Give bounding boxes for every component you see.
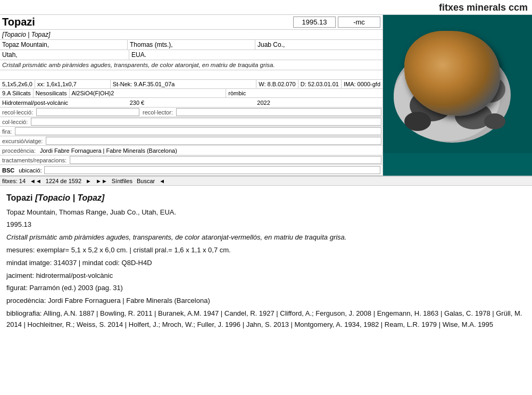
location-cell-1: Topaz Mountain, (0, 40, 128, 50)
tractaments-input[interactable] (70, 156, 381, 164)
form-section: Topazi 1995.13 -mc [Topacio | Topaz] Top… (0, 15, 532, 176)
lower-title-text: Topazi (6, 193, 32, 202)
jaciment: Hidrotermal/post-volcànic (0, 99, 128, 106)
bsc-label: BSC (2, 167, 19, 174)
svg-point-9 (435, 100, 467, 109)
lower-mindat: mindat imatge: 314037 | mindat codi: Q8D… (6, 258, 526, 269)
measures-xx: xx: 1,6x1,1x0,7 (35, 80, 111, 88)
svg-point-5 (473, 76, 505, 103)
nav-scroll-left[interactable]: ◄ (159, 178, 165, 184)
mineral-name: Topazi (2, 16, 293, 28)
mineral-photo (383, 15, 532, 153)
buscar-button[interactable]: Buscar (137, 178, 155, 184)
excursio-row: excursió/viatge: (0, 136, 383, 146)
svg-line-11 (479, 68, 489, 81)
location-row-2: Utah, EUA. (0, 50, 383, 60)
ubicacio-label: ubicació: (19, 167, 41, 174)
description: Cristall prismàtic amb piràmides agudes,… (0, 60, 383, 70)
d-value: D: 52.03.01.01 (298, 80, 342, 88)
italic-name: [Topacio | Topaz] (0, 30, 383, 40)
bsc-row: BSC ubicació: (0, 165, 383, 176)
lower-bibliografia: bibliografia: Alling, A.N. 1887 | Bowlin… (6, 308, 526, 331)
formula: Al2SiO4(F|OH)2 (70, 89, 227, 97)
app-title: fitxes minerals ccm (0, 0, 532, 15)
ima-value: IMA: 0000-gfd (342, 80, 383, 88)
lower-section: Topazi [Topacio | Topaz] Topaz Mountain,… (0, 186, 532, 338)
recolector-input[interactable] (176, 108, 381, 116)
recoleccio-row: recol·lecció: recol·lector: (0, 108, 383, 117)
mineral-svg (383, 15, 532, 153)
lower-desc: Cristall prismàtic amb piràmides agudes,… (6, 232, 526, 243)
lower-procedencia: procedència: Jordi Fabre Fornaguera | Fa… (6, 295, 526, 307)
procedencia-label: procedència: (0, 147, 38, 154)
excursio-label: excursió/viatge: (0, 137, 45, 145)
svg-point-13 (484, 113, 505, 129)
location-cell-3: Juab Co., (255, 40, 383, 50)
recolector-label: recol·lector: (140, 109, 175, 116)
code1: 1995.13 (293, 17, 336, 28)
tractaments-row: tractaments/reparacions: (0, 155, 383, 165)
colleccio-row: col·lecció: (0, 117, 383, 127)
svg-point-8 (438, 69, 453, 87)
lower-line2: 1995.13 (6, 219, 526, 231)
silicats: 9.A Silicats (0, 89, 34, 97)
nav-right[interactable]: ► (86, 178, 92, 184)
nav-position: 1224 de 1592 (46, 178, 81, 184)
jaciment-row: Hidrotermal/post-volcànic 230 € 2022 (0, 98, 383, 108)
title-row: Topazi 1995.13 -mc (0, 15, 383, 30)
st-nek: St-Nek: 9.AF.35.01_07a (111, 80, 257, 88)
lower-mineral-title: Topazi [Topacio | Topaz] (6, 191, 526, 205)
fira-input[interactable] (15, 127, 381, 135)
colleccio-label: col·lecció: (0, 118, 30, 126)
nav-left-left[interactable]: ◄◄ (30, 178, 41, 184)
empty-row (0, 70, 383, 80)
recoleccio-input[interactable] (36, 108, 139, 116)
recoleccio-label: recol·lecció: (0, 109, 35, 116)
sintfiles-link[interactable]: Síntfiles (112, 178, 132, 184)
code2: -mc (338, 17, 380, 28)
lower-title-italic: [Topacio | Topaz] (35, 193, 104, 202)
svg-line-10 (415, 79, 426, 89)
fira-row: fira: (0, 127, 383, 136)
year: 2022 (255, 99, 383, 106)
price: 230 € (128, 99, 255, 106)
w-value: W: 8.B.02.070 (256, 80, 298, 88)
svg-point-7 (434, 64, 462, 98)
fira-label: fira: (0, 128, 14, 135)
codes-area: 1995.13 -mc (293, 17, 380, 28)
svg-point-12 (404, 112, 431, 131)
status-records: fitxes: 14 (2, 178, 26, 184)
crystal-system: ròmbic (226, 89, 383, 97)
colleccio-input[interactable] (31, 118, 381, 126)
procedencia-row: procedència: Jordi Fabre Fornaguera | Fa… (0, 146, 383, 155)
location-cell-2: Thomas (mts.), (128, 40, 255, 50)
lower-line1: Topaz Mountain, Thomas Range, Juab Co., … (6, 207, 526, 218)
tractaments-label: tractaments/reparacions: (0, 157, 69, 164)
measures-row: 5,1x5,2x6,0 xx: 1,6x1,1x0,7 St-Nek: 9.AF… (0, 80, 383, 89)
location-cell-5: EUA. (129, 50, 383, 60)
location-cell-4: Utah, (0, 50, 129, 60)
header-title: fitxes minerals ccm (439, 2, 528, 13)
ubicacio-input[interactable] (44, 166, 380, 174)
lower-mesures: mesures: exemplar= 5,1 x 5,2 x 6,0 cm. |… (6, 245, 526, 256)
measures-main: 5,1x5,2x6,0 (0, 80, 35, 88)
location-row-1: Topaz Mountain, Thomas (mts.), Juab Co., (0, 40, 383, 50)
form-left: Topazi 1995.13 -mc [Topacio | Topaz] Top… (0, 15, 383, 176)
svg-point-6 (426, 56, 474, 112)
nesosilicats: Nesosilicats (34, 89, 70, 97)
lower-jaciment: jaciment: hidrotermal/post-volcànic (6, 270, 526, 282)
silicats-row: 9.A Silicats Nesosilicats Al2SiO4(F|OH)2… (0, 89, 383, 98)
procedencia-value: Jordi Fabre Fornaguera | Fabre Minerals … (38, 147, 383, 154)
excursio-input[interactable] (46, 137, 381, 145)
lower-figurat: figurat: Parramón (ed.) 2003 (pag. 31) (6, 283, 526, 294)
mineral-photo-area (383, 15, 532, 176)
status-bar: fitxes: 14 ◄◄ 1224 de 1592 ► ►► Síntfile… (0, 176, 532, 186)
nav-right-right[interactable]: ►► (96, 178, 107, 184)
